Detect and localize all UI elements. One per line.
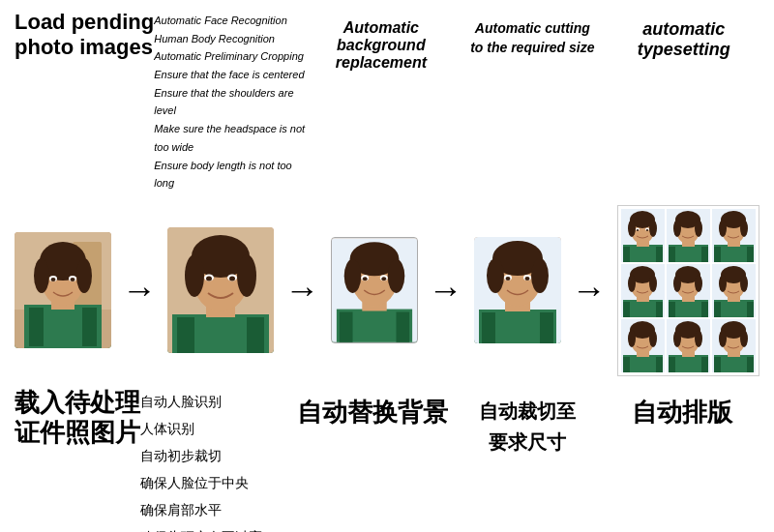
grid-cell-9 [712,319,756,372]
svg-point-66 [646,229,648,231]
grid-cell-5 [667,264,710,317]
svg-point-53 [524,277,529,281]
step4-cn-label: 自动裁切至要求尺寸 [450,388,605,458]
svg-rect-96 [669,302,675,317]
svg-rect-105 [714,302,721,317]
step2-en-list: Automatic Face Recognition Human Body Re… [154,10,305,192]
svg-point-138 [740,330,748,347]
image5-wrapper [617,205,759,376]
main-container: Load pendingphoto images Automatic Face … [0,0,774,532]
grid-cell-4 [621,264,665,317]
bottom-text-row: 载入待处理证件照图片 自动人脸识别 人体识别 自动初步裁切 确保人脸位于中央 确… [15,388,759,532]
step2-en-item-1: Automatic Face Recognition [154,12,305,30]
image2-wrapper [167,227,274,353]
svg-rect-5 [82,308,97,346]
svg-point-27 [229,277,235,281]
svg-point-49 [531,258,549,293]
image3-bg-replaced [331,237,418,343]
svg-rect-106 [747,302,754,317]
svg-point-9 [34,258,49,293]
image1-wrapper [15,232,111,348]
svg-rect-4 [29,308,44,346]
svg-rect-69 [669,247,675,262]
svg-point-120 [649,330,657,347]
svg-point-101 [673,275,681,292]
svg-rect-44 [540,312,553,343]
grid-cell-7 [621,319,665,372]
svg-point-129 [695,330,702,347]
image4-wrapper [474,237,561,343]
svg-rect-70 [701,247,708,262]
step3-cn-label: 自动替换背景 [295,388,450,429]
step2-cn-list: 自动人脸识别 人体识别 自动初步裁切 确保人脸位于中央 确保肩部水平 确保头顶空… [140,388,295,532]
svg-rect-18 [247,317,264,353]
svg-rect-31 [396,312,409,342]
grid-cell-3 [712,209,756,262]
svg-rect-123 [669,357,675,372]
step2-en-item-5: Ensure that the shoulders are level [154,84,305,120]
step2-cn-item-6: 确保头顶空白不过宽 [140,523,295,532]
step2-en-item-6: Make sure the headspace is not too wide [154,120,305,156]
arrow2: → [284,270,319,310]
grid-cell-1 [621,209,665,262]
svg-rect-57 [656,247,663,262]
svg-point-62 [649,220,657,237]
svg-rect-56 [623,247,630,262]
arrow3: → [429,270,463,310]
grid-cell-6 [712,264,756,317]
svg-point-13 [51,278,56,281]
svg-point-74 [673,220,681,237]
svg-point-137 [719,330,727,347]
svg-rect-79 [747,247,754,262]
step2-en-item-3: Automatic Preliminary Cropping [154,47,305,66]
step5-cn-label: 自动排版 [605,388,759,429]
step2-en-item-4: Ensure that the face is centered [154,66,305,84]
step2-en-item-7: Ensure body length is not too long [154,157,305,192]
svg-point-75 [695,220,702,237]
svg-point-40 [381,278,386,281]
svg-rect-43 [482,312,495,343]
image5-grid [617,205,759,376]
svg-point-102 [695,275,702,292]
top-text-row: Load pendingphoto images Automatic Face … [15,10,759,192]
svg-point-61 [628,220,636,237]
svg-point-48 [487,258,504,293]
svg-point-23 [237,254,256,297]
svg-point-35 [343,259,361,293]
svg-point-65 [637,229,639,231]
svg-point-84 [740,220,748,237]
step2-cn-item-4: 确保人脸位于中央 [140,469,295,496]
image1-original [15,232,111,348]
grid-cell-8 [667,319,710,372]
step2-cn-item-5: 确保肩部水平 [140,496,295,523]
svg-point-83 [719,220,727,237]
svg-point-93 [649,275,657,292]
arrow1: → [122,270,157,310]
grid-cell-2 [667,209,710,262]
step1-en-label: Load pendingphoto images [15,10,154,61]
svg-rect-88 [656,302,663,317]
svg-point-10 [76,258,92,293]
svg-point-111 [740,275,748,292]
svg-point-119 [628,330,636,347]
image3-wrapper [331,237,418,343]
photo-grid [621,209,756,372]
step3-en-label: Automatic backgroundreplacement [306,10,457,72]
svg-rect-78 [714,247,721,262]
image4-cropped [474,237,561,343]
svg-rect-17 [177,317,194,353]
svg-point-110 [719,275,727,292]
step5-en-label: automatic typesetting [609,10,759,60]
images-row: → [15,205,759,376]
svg-rect-124 [701,357,708,372]
svg-rect-115 [656,357,663,372]
svg-rect-30 [339,312,352,342]
svg-point-52 [505,277,510,281]
svg-point-14 [71,278,75,281]
svg-point-22 [185,254,204,297]
step2-en-item-2: Human Body Recognition [154,30,305,48]
arrow4: → [572,270,607,310]
svg-point-39 [362,278,367,281]
image2-processed [167,227,274,353]
svg-rect-114 [623,357,630,372]
